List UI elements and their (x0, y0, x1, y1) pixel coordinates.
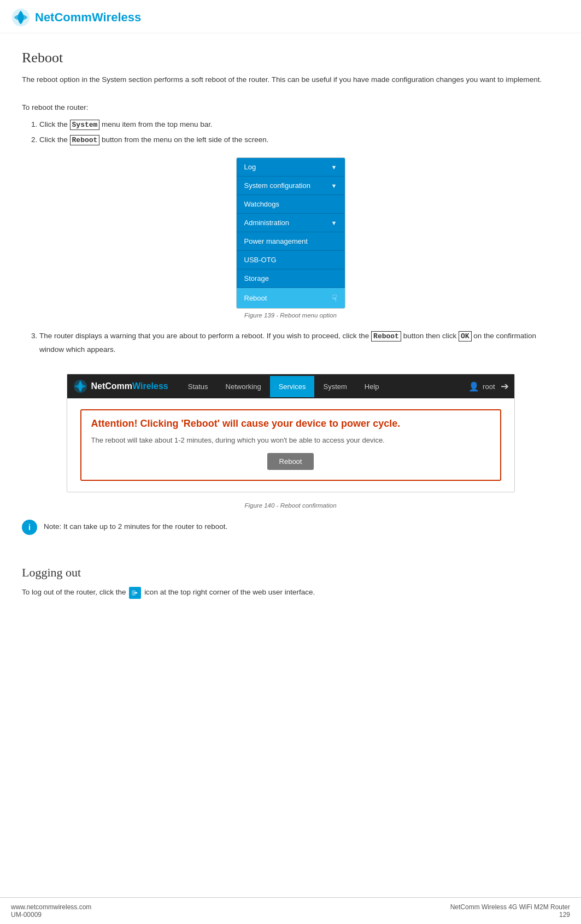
sidebar-item-reboot-label: Reboot (244, 294, 267, 302)
step3-mid: button then click (401, 332, 459, 340)
sidebar-menu: Log ▼ System configuration ▼ Watchdogs A… (236, 157, 345, 309)
sidebar-item-system-config-label: System configuration (244, 181, 310, 190)
logging-title: Logging out (22, 566, 559, 580)
logo-text: NetCommWireless (35, 10, 141, 25)
chevron-down-icon: ▼ (331, 183, 337, 189)
reboot-title: Reboot (22, 50, 559, 66)
sidebar-item-reboot[interactable]: Reboot ☟ (237, 288, 345, 308)
sidebar-item-storage-label: Storage (244, 274, 269, 283)
sidebar-item-usb-otg[interactable]: USB-OTG (237, 251, 345, 269)
step2-before: Click the (39, 136, 70, 144)
logout-icon[interactable]: ➔ (501, 380, 509, 392)
footer-page-number: 129 (450, 911, 570, 919)
note-box: i Note: It can take up to 2 minutes for … (22, 520, 559, 535)
logo-text-netcomm: NetComm (35, 10, 92, 24)
footer-product-name: NetComm Wireless 4G WiFi M2M Router (450, 903, 570, 911)
step3-before: The router displays a warning that you a… (39, 332, 371, 340)
figure-140-container: NetCommWireless Status Networking Servic… (22, 367, 559, 509)
step3-bold: Reboot (371, 331, 401, 342)
nav-logo-icon (73, 379, 88, 394)
figure-139-caption: Figure 139 - Reboot menu option (244, 312, 337, 319)
reboot-sub-heading: To reboot the router: (22, 103, 559, 111)
warning-attention-title: Attention! Clicking 'Reboot' will cause … (91, 418, 490, 429)
nav-logo: NetCommWireless (73, 379, 168, 394)
steps-list: Click the System menu item from the top … (39, 118, 559, 147)
footer-right: NetComm Wireless 4G WiFi M2M Router 129 (450, 903, 570, 919)
step3-bold2: OK (459, 331, 472, 342)
sidebar-item-system-config[interactable]: System configuration ▼ (237, 176, 345, 195)
sidebar-item-power-management[interactable]: Power management (237, 232, 345, 251)
step1-before: Click the (39, 120, 70, 128)
warning-reboot-btn-wrap: Reboot (91, 453, 490, 470)
footer-document-id: UM-00009 (11, 911, 91, 919)
step1-bold: System (70, 120, 100, 130)
step1-after: menu item from the top menu bar. (99, 120, 212, 128)
step-1: Click the System menu item from the top … (39, 118, 559, 131)
chevron-down-icon: ▼ (331, 220, 337, 226)
nav-right: 👤 root ➔ (468, 380, 508, 392)
nav-item-services[interactable]: Services (270, 376, 315, 397)
logo-text-wireless: Wireless (92, 10, 141, 24)
footer-website: www.netcommwireless.com (11, 903, 91, 911)
note-text: Note: It can take up to 2 minutes for th… (44, 520, 227, 533)
nav-logo-text: NetCommWireless (91, 381, 168, 391)
page-header: NetCommWireless (0, 0, 581, 33)
username: root (483, 382, 495, 391)
step-2: Click the Reboot button from the menu on… (39, 133, 559, 146)
figure-139-container: Log ▼ System configuration ▼ Watchdogs A… (22, 157, 559, 319)
chevron-down-icon: ▼ (331, 164, 337, 170)
step-3: The router displays a warning that you a… (39, 329, 559, 356)
logging-text-before: To log out of the router, click the (22, 588, 128, 596)
logout-svg-icon (131, 589, 139, 597)
steps-list-3: The router displays a warning that you a… (39, 329, 559, 356)
sidebar-item-log[interactable]: Log ▼ (237, 158, 345, 176)
logo-icon (11, 8, 31, 27)
main-content: Reboot The reboot option in the System s… (0, 33, 581, 615)
step2-bold: Reboot (70, 135, 100, 145)
nav-item-networking[interactable]: Networking (217, 376, 270, 397)
nav-item-help[interactable]: Help (356, 376, 388, 397)
figure-140-caption: Figure 140 - Reboot confirmation (244, 502, 336, 509)
user-icon: 👤 (468, 381, 479, 392)
logging-text-after: icon at the top right corner of the web … (144, 588, 315, 596)
logout-inline-icon (129, 587, 141, 599)
reboot-intro: The reboot option in the System section … (22, 74, 559, 86)
nav-item-system[interactable]: System (314, 376, 355, 397)
step2-after: button from the menu on the left side of… (99, 136, 268, 144)
page-footer: www.netcommwireless.com UM-00009 NetComm… (0, 897, 581, 924)
warning-reboot-button[interactable]: Reboot (267, 453, 314, 470)
info-icon: i (22, 520, 37, 535)
cursor-icon: ☟ (332, 293, 337, 303)
nav-item-status[interactable]: Status (179, 376, 217, 397)
logging-text: To log out of the router, click the icon… (22, 586, 559, 598)
sidebar-item-watchdogs-label: Watchdogs (244, 200, 280, 208)
warning-attention-body: The reboot will take about 1-2 minutes, … (91, 436, 490, 444)
sidebar-item-watchdogs[interactable]: Watchdogs (237, 195, 345, 214)
nav-items: Status Networking Services System Help (179, 376, 388, 397)
sidebar-item-usb-otg-label: USB-OTG (244, 256, 277, 264)
warning-attention-wrapper: Attention! Clicking 'Reboot' will cause … (80, 409, 501, 481)
nav-bar: NetCommWireless Status Networking Servic… (67, 374, 514, 398)
sidebar-item-administration-label: Administration (244, 219, 289, 227)
nav-user: 👤 root (468, 381, 495, 392)
sidebar-item-power-management-label: Power management (244, 237, 308, 245)
warning-box: Attention! Clicking 'Reboot' will cause … (67, 398, 514, 492)
warning-screenshot: NetCommWireless Status Networking Servic… (67, 374, 515, 492)
logo: NetCommWireless (11, 8, 570, 27)
sidebar-item-log-label: Log (244, 163, 256, 171)
sidebar-item-storage[interactable]: Storage (237, 269, 345, 288)
footer-left: www.netcommwireless.com UM-00009 (11, 903, 91, 919)
sidebar-item-administration[interactable]: Administration ▼ (237, 214, 345, 232)
